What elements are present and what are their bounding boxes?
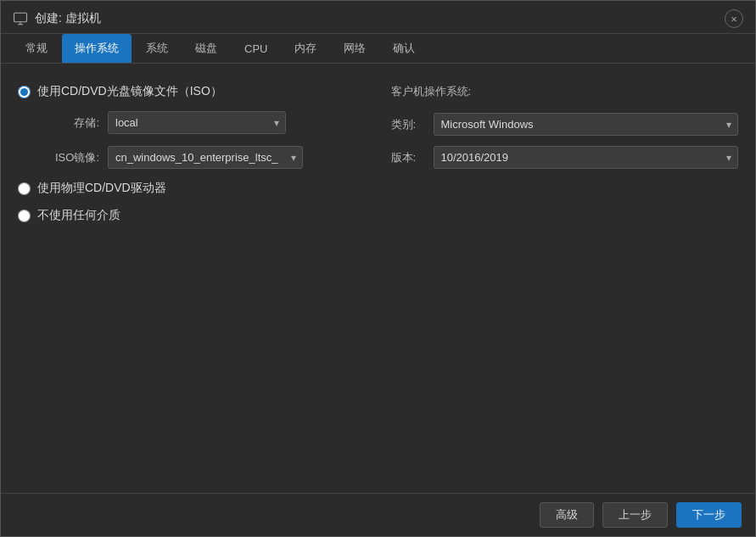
- iso-option-row: 使用CD/DVD光盘镜像文件（ISO）: [18, 84, 366, 99]
- svg-rect-0: [14, 13, 27, 22]
- category-row: 类别: Microsoft Windows Linux Other: [391, 113, 739, 136]
- no-media-label: 不使用任何介质: [37, 208, 120, 223]
- guest-os-title: 客户机操作系统:: [391, 84, 739, 99]
- footer: 高级 上一步 下一步: [1, 493, 755, 536]
- vm-icon: [13, 11, 28, 26]
- version-select-wrapper: 10/2016/2019 10/2016/2019 (64-bit) Windo…: [434, 146, 739, 169]
- next-button[interactable]: 下一步: [676, 502, 742, 528]
- no-media-row: 不使用任何介质: [18, 208, 366, 223]
- tab-os[interactable]: 操作系统: [62, 34, 132, 63]
- tab-confirm[interactable]: 确认: [380, 34, 428, 63]
- category-select[interactable]: Microsoft Windows Linux Other: [434, 113, 739, 136]
- category-select-wrapper: Microsoft Windows Linux Other: [434, 113, 739, 136]
- storage-select[interactable]: local: [108, 111, 286, 134]
- create-vm-dialog: 创建: 虚拟机 × 常规 操作系统 系统 磁盘 CPU 内存 网络 确认 使用C…: [0, 0, 756, 537]
- tab-network[interactable]: 网络: [331, 34, 378, 63]
- right-panel: 客户机操作系统: 类别: Microsoft Windows Linux Oth…: [366, 84, 739, 223]
- iso-label: ISO镜像:: [40, 150, 99, 165]
- tab-system[interactable]: 系统: [133, 34, 181, 63]
- back-button[interactable]: 上一步: [602, 502, 668, 528]
- storage-select-wrapper: local: [108, 111, 286, 134]
- storage-row: 存储: local: [18, 111, 366, 134]
- iso-field-row: ISO镜像: cn_windows_10_enterprise_ltsc_: [18, 146, 366, 169]
- iso-radio[interactable]: [18, 86, 31, 98]
- title-bar: 创建: 虚拟机 ×: [1, 1, 755, 34]
- advanced-button[interactable]: 高级: [540, 502, 594, 528]
- iso-option-label: 使用CD/DVD光盘镜像文件（ISO）: [37, 84, 222, 99]
- close-button[interactable]: ×: [725, 9, 743, 28]
- tab-memory[interactable]: 内存: [282, 34, 329, 63]
- title-bar-left: 创建: 虚拟机: [13, 11, 101, 26]
- tab-disk[interactable]: 磁盘: [182, 34, 230, 63]
- left-panel: 使用CD/DVD光盘镜像文件（ISO） 存储: local ISO镜像:: [18, 84, 366, 223]
- physical-dvd-radio[interactable]: [18, 182, 31, 195]
- tab-cpu[interactable]: CPU: [232, 36, 280, 62]
- physical-dvd-label: 使用物理CD/DVD驱动器: [37, 181, 166, 196]
- tab-bar: 常规 操作系统 系统 磁盘 CPU 内存 网络 确认: [1, 34, 755, 64]
- no-media-radio[interactable]: [18, 210, 31, 222]
- version-label: 版本:: [391, 150, 425, 165]
- category-label: 类别:: [391, 117, 425, 132]
- iso-select-wrapper: cn_windows_10_enterprise_ltsc_: [108, 146, 303, 169]
- storage-label: 存储:: [40, 115, 99, 131]
- physical-dvd-row: 使用物理CD/DVD驱动器: [18, 181, 366, 196]
- dialog-title: 创建: 虚拟机: [35, 11, 101, 26]
- iso-select[interactable]: cn_windows_10_enterprise_ltsc_: [108, 146, 303, 169]
- tab-general[interactable]: 常规: [13, 34, 60, 63]
- version-select[interactable]: 10/2016/2019 10/2016/2019 (64-bit) Windo…: [434, 146, 739, 169]
- version-row: 版本: 10/2016/2019 10/2016/2019 (64-bit) W…: [391, 146, 739, 169]
- options-section: 使用CD/DVD光盘镜像文件（ISO） 存储: local ISO镜像:: [18, 84, 738, 223]
- main-content: 使用CD/DVD光盘镜像文件（ISO） 存储: local ISO镜像:: [1, 64, 755, 493]
